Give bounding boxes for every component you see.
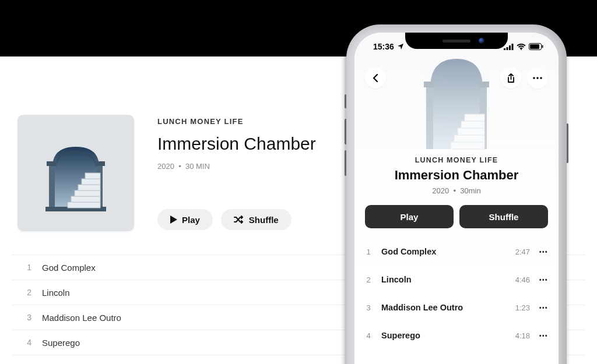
track-number: 3 (26, 313, 31, 322)
back-button[interactable] (365, 68, 386, 89)
track-duration: 2:47 (515, 248, 530, 256)
track-number: 3 (365, 303, 372, 312)
battery-icon (529, 43, 543, 50)
album-title: Immersion Chamber (354, 168, 559, 183)
svg-rect-27 (542, 45, 543, 48)
svg-rect-6 (71, 196, 100, 202)
track-more-button[interactable]: ••• (539, 249, 548, 255)
wifi-icon (517, 44, 526, 50)
track-more-button[interactable]: ••• (539, 277, 548, 283)
track-title: Maddison Lee Outro (381, 303, 506, 312)
svg-rect-26 (530, 44, 539, 49)
album-subline: 2020 • 30min (354, 186, 559, 195)
shuffle-icon (234, 215, 244, 224)
artist-name: LUNCH MONEY LIFE (157, 117, 316, 126)
artist-name: LUNCH MONEY LIFE (354, 156, 559, 164)
share-button[interactable] (500, 68, 521, 89)
phone-navbar (354, 68, 559, 89)
album-title: Immersion Chamber (157, 134, 316, 154)
track-title: God Complex (42, 263, 96, 273)
track-title: Lincoln (42, 288, 70, 298)
phone-side-button (345, 94, 346, 108)
svg-point-29 (536, 77, 539, 79)
track-title: Maddison Lee Outro (42, 313, 121, 323)
track-duration: 1:23 (515, 303, 530, 312)
track-more-button[interactable]: ••• (539, 305, 548, 311)
track-more-button[interactable]: ••• (539, 333, 548, 339)
track-duration: 4:18 (515, 331, 530, 340)
svg-point-24 (521, 49, 522, 50)
track-number: 4 (365, 331, 372, 340)
svg-rect-3 (47, 161, 56, 166)
phone-album-meta: LUNCH MONEY LIFE Immersion Chamber 2020 … (354, 156, 559, 195)
svg-rect-8 (78, 185, 100, 190)
svg-rect-10 (85, 173, 100, 179)
track-title: Lincoln (381, 275, 506, 284)
shuffle-button[interactable]: Shuffle (221, 209, 292, 230)
track-title: God Complex (381, 247, 506, 256)
album-subline: 2020 • 30 MIN (157, 162, 316, 171)
share-icon (507, 73, 515, 83)
play-button[interactable]: Play (157, 209, 213, 230)
svg-rect-9 (82, 179, 100, 185)
svg-rect-5 (68, 202, 100, 208)
phone-side-button (345, 150, 346, 176)
phone-screen: 15:36 (354, 33, 559, 364)
more-icon (533, 77, 542, 79)
phone-statusbar: 15:36 (354, 38, 559, 55)
track-row[interactable]: 1 God Complex 2:47 ••• (354, 238, 559, 266)
phone-device: 15:36 (346, 24, 567, 364)
svg-point-28 (533, 77, 535, 79)
play-icon (170, 215, 177, 224)
phone-tracklist: 1 God Complex 2:47 ••• 2 Lincoln 4:46 ••… (354, 238, 559, 349)
track-row[interactable]: 4 Superego 4:18 ••• (354, 321, 559, 349)
phone-side-button (567, 123, 568, 163)
svg-rect-20 (504, 48, 505, 50)
track-number: 2 (365, 275, 372, 284)
svg-rect-21 (507, 47, 508, 50)
track-duration: 4:46 (515, 275, 530, 284)
chevron-left-icon (373, 73, 378, 83)
svg-rect-23 (512, 44, 514, 50)
track-row[interactable]: 2 Lincoln 4:46 ••• (354, 266, 559, 294)
svg-rect-22 (509, 45, 511, 50)
shuffle-button[interactable]: Shuffle (459, 205, 548, 228)
track-number: 4 (26, 338, 31, 347)
album-cover (17, 115, 134, 231)
svg-rect-0 (49, 166, 55, 208)
svg-rect-4 (96, 161, 105, 166)
track-number: 1 (365, 248, 372, 256)
location-icon (397, 43, 404, 50)
track-number: 2 (26, 288, 31, 297)
phone-album-actions: Play Shuffle (365, 205, 548, 228)
track-title: Superego (381, 331, 506, 340)
svg-point-30 (540, 77, 542, 79)
more-button[interactable] (527, 68, 548, 89)
play-button[interactable]: Play (365, 205, 454, 228)
cellular-icon (504, 44, 514, 50)
track-number: 1 (26, 263, 31, 272)
track-title: Superego (42, 338, 80, 348)
album-actions: Play Shuffle (157, 209, 316, 230)
status-time: 15:36 (373, 42, 394, 51)
svg-rect-7 (75, 190, 100, 196)
phone-side-button (345, 119, 346, 144)
track-row[interactable]: 3 Maddison Lee Outro 1:23 ••• (354, 294, 559, 321)
album-meta: LUNCH MONEY LIFE Immersion Chamber 2020 … (157, 115, 316, 231)
